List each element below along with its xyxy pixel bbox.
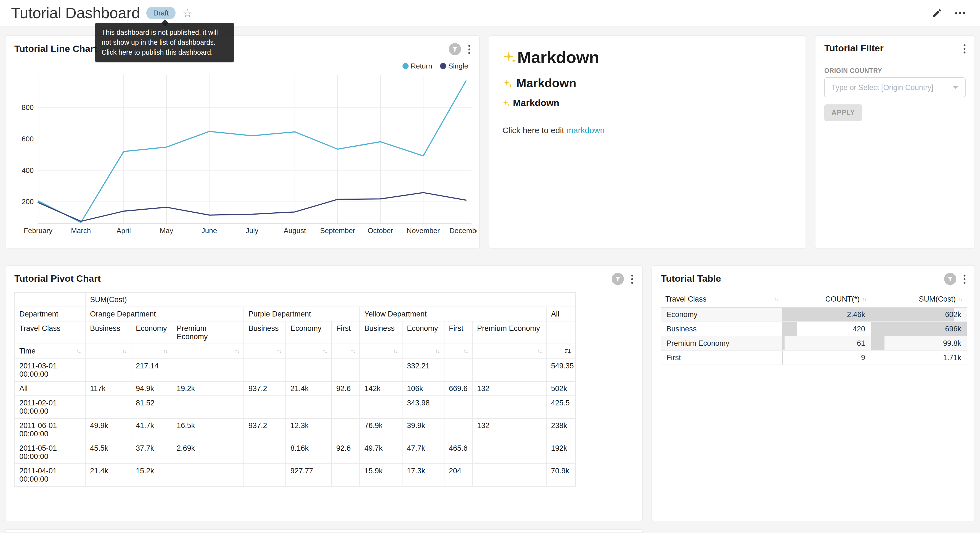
pivot-cell bbox=[172, 464, 244, 486]
status-badge[interactable]: Draft bbox=[146, 6, 175, 19]
pivot-col-header: Premium Economy bbox=[473, 321, 546, 344]
pivot-cell: 19.2k bbox=[172, 381, 244, 396]
sparkles-icon bbox=[503, 99, 510, 107]
unpublished-tooltip[interactable]: This dashboard is not published, it will… bbox=[95, 22, 234, 63]
sort-icon[interactable]: ↑↓ bbox=[323, 347, 327, 356]
pivot-sort-cell: ↑↓ bbox=[131, 344, 172, 359]
pivot-cell: 8.16k bbox=[286, 441, 331, 464]
column-label: Travel Class bbox=[665, 295, 706, 303]
more-vertical-icon[interactable] bbox=[963, 44, 966, 53]
pivot-cell: 16.5k bbox=[172, 418, 244, 441]
table-column-header[interactable]: COUNT(*)↑↓ bbox=[782, 291, 871, 307]
edit-markdown-link[interactable]: markdown bbox=[566, 125, 605, 135]
pivot-sort-cell: ↑↓ bbox=[172, 344, 244, 359]
pivot-col-header: Premium Economy bbox=[172, 321, 244, 344]
origin-country-select[interactable]: Type or Select [Origin Country] bbox=[824, 77, 966, 97]
pivot-sort-cell: ↑↓ bbox=[286, 344, 331, 359]
legend-item-single[interactable]: Single bbox=[440, 62, 468, 70]
pivot-col-header: Business bbox=[360, 321, 402, 344]
sort-icon[interactable]: ↑↓ bbox=[277, 347, 281, 356]
pivot-cell: 41.7k bbox=[131, 418, 172, 441]
sort-icon[interactable]: ↑↓ bbox=[862, 296, 866, 302]
pivot-group-header: Yellow Department bbox=[360, 307, 546, 321]
x-axis-tick-label: July bbox=[246, 227, 258, 235]
more-vertical-icon[interactable] bbox=[631, 274, 633, 284]
sort-icon[interactable]: ↑↓ bbox=[163, 347, 167, 356]
sort-icon[interactable]: ↑↓ bbox=[958, 296, 963, 302]
x-axis-tick-label: October bbox=[368, 227, 393, 235]
sparkles-icon bbox=[503, 50, 517, 65]
pivot-cell: 465.6 bbox=[444, 441, 473, 464]
pivot-cell: 39.9k bbox=[402, 418, 444, 441]
pivot-row-label: 2011-02-01 00:00:00 bbox=[14, 396, 85, 418]
pivot-cell: 927.77 bbox=[286, 464, 331, 486]
more-vertical-icon[interactable] bbox=[468, 45, 470, 54]
pivot-cell bbox=[360, 396, 402, 418]
table-column-header[interactable]: SUM(Cost)↑↓ bbox=[871, 291, 967, 307]
sort-icon[interactable]: ↑↓ bbox=[435, 347, 439, 356]
more-vertical-icon[interactable] bbox=[963, 274, 966, 284]
pivot-cell: 94.9k bbox=[131, 381, 172, 396]
pivot-cell: 217.14 bbox=[131, 359, 172, 381]
sort-icon[interactable]: ↑↓ bbox=[463, 347, 468, 356]
pivot-cell bbox=[85, 396, 131, 418]
pivot-cell bbox=[444, 396, 473, 418]
pivot-cell: 132 bbox=[473, 381, 546, 396]
legend-label: Return bbox=[411, 62, 432, 70]
pivot-cell: 937.2 bbox=[244, 381, 286, 396]
partial-card-below bbox=[5, 529, 643, 533]
pivot-cell: 343.98 bbox=[402, 396, 444, 418]
pivot-sort-cell: ↑↓ bbox=[85, 344, 131, 359]
sort-icon[interactable]: ↑↓ bbox=[774, 296, 778, 302]
sort-icon[interactable]: ↑↓ bbox=[393, 347, 398, 356]
filter-funnel-icon bbox=[947, 276, 953, 282]
pivot-cell: 21.4k bbox=[85, 464, 131, 486]
x-axis-tick-label: August bbox=[284, 227, 306, 235]
pivot-cell bbox=[444, 359, 473, 381]
pivot-col-header: First bbox=[331, 321, 360, 344]
table-column-header[interactable]: Travel Class↑↓ bbox=[661, 291, 782, 307]
column-label: COUNT(*) bbox=[826, 295, 860, 303]
pivot-cell: 92.6 bbox=[331, 381, 360, 396]
table-cell-count: 2.46k bbox=[782, 307, 871, 322]
card-title: Tutorial Filter bbox=[824, 43, 884, 54]
pivot-cell bbox=[286, 396, 331, 418]
pivot-cell bbox=[444, 418, 473, 441]
filter-indicator-badge[interactable] bbox=[449, 43, 461, 55]
favorite-star-icon[interactable]: ☆ bbox=[183, 8, 192, 19]
pivot-row-label: 2011-06-01 00:00:00 bbox=[14, 418, 85, 441]
pivot-row: All117k94.9k19.2k937.221.4k92.6142k106k6… bbox=[14, 381, 576, 396]
pivot-corner-department: Department bbox=[14, 307, 85, 321]
more-horizontal-icon[interactable] bbox=[955, 11, 966, 14]
pivot-col-header: First bbox=[444, 321, 473, 344]
pivot-cell: 2.69k bbox=[172, 441, 244, 464]
edit-pencil-icon[interactable] bbox=[932, 8, 942, 18]
apply-button[interactable]: APPLY bbox=[824, 104, 862, 121]
sort-desc-active-icon[interactable] bbox=[564, 347, 571, 356]
pivot-row: 2011-05-01 00:00:0045.5k37.7k2.69k8.16k9… bbox=[14, 441, 576, 464]
sort-icon[interactable]: ↑↓ bbox=[351, 347, 355, 356]
pivot-sort-cell: ↑↓ bbox=[360, 344, 402, 359]
pivot-cell: 132 bbox=[473, 418, 546, 441]
sort-icon[interactable]: ↑↓ bbox=[235, 347, 239, 356]
pivot-cell: 502k bbox=[546, 381, 576, 396]
pivot-sort-cell: ↑↓ bbox=[444, 344, 473, 359]
sort-icon[interactable]: ↑↓ bbox=[537, 347, 542, 356]
filter-indicator-badge[interactable] bbox=[944, 273, 956, 285]
x-axis-tick-label: February bbox=[24, 227, 52, 235]
pivot-cell bbox=[244, 359, 286, 381]
pivot-cell: 117k bbox=[85, 381, 131, 396]
page-title: Tutorial Dashboard bbox=[11, 4, 140, 22]
pivot-cell: 17.3k bbox=[402, 464, 444, 486]
filter-indicator-badge[interactable] bbox=[612, 273, 624, 285]
markdown-heading-2: Markdown bbox=[503, 76, 792, 91]
table-cell-count: 61 bbox=[782, 336, 871, 351]
x-axis-tick-label: September bbox=[320, 227, 355, 235]
sort-icon[interactable]: ↑↓ bbox=[76, 347, 81, 356]
pivot-cell: 192k bbox=[546, 441, 576, 464]
sort-icon[interactable]: ↑↓ bbox=[122, 347, 126, 356]
pivot-cell: 204 bbox=[444, 464, 473, 486]
pivot-cell bbox=[331, 464, 360, 486]
legend-item-return[interactable]: Return bbox=[402, 62, 432, 70]
pivot-cell bbox=[473, 359, 546, 381]
